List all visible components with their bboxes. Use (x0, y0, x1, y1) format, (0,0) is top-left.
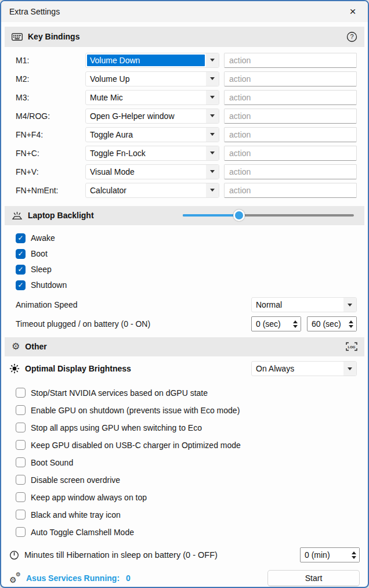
chevron-down-icon[interactable] (206, 91, 219, 104)
keybinding-select-m4[interactable]: Open G-Helper window (85, 109, 219, 124)
keybinding-row-m3: M3: Mute Mic (16, 90, 357, 105)
chevron-down-icon[interactable] (206, 146, 219, 160)
backlight-slider[interactable] (183, 209, 354, 222)
keybinding-select-m1[interactable]: Volume Down (85, 53, 219, 68)
checkbox-clamshell-mode[interactable]: ✓ Auto Toggle Clamshell Mode (16, 524, 357, 541)
keybinding-label: M3: (16, 93, 85, 102)
keybinding-action-input-fnf4[interactable] (224, 127, 357, 142)
checkbox-icon: ✓ (16, 280, 26, 290)
spinner-arrows[interactable] (349, 548, 359, 562)
timeout-plugged-spinner[interactable]: 0 (sec) (251, 316, 301, 331)
checkbox-icon: ✓ (16, 475, 26, 485)
start-services-button[interactable]: Start (267, 570, 360, 586)
spinner-up-icon (293, 320, 298, 323)
hibernation-label: Minutes till Hibernation in sleep on bat… (24, 550, 218, 560)
checkbox-screen-overdrive[interactable]: ✓ Disable screen overdrive (16, 471, 357, 489)
laptop-backlight-title: Laptop Backlight (28, 211, 94, 220)
checkbox-boot[interactable]: ✓ Boot (16, 246, 357, 262)
optimal-brightness-row: Optimal Display Brightness On Always (1, 359, 368, 379)
keybinding-action-input-fnc[interactable] (224, 146, 357, 161)
checkbox-usbc-gpu-disabled[interactable]: ✓ Keep GPU disabled on USB-C charger in … (16, 437, 357, 454)
checkbox-shutdown[interactable]: ✓ Shutdown (16, 277, 357, 293)
svg-text:?: ? (350, 33, 353, 40)
checkbox-sleep[interactable]: ✓ Sleep (16, 262, 357, 277)
keybinding-select-fnnment[interactable]: Calculator (85, 183, 219, 198)
timeout-label: Timeout plugged / on battery (0 - ON) (16, 319, 150, 329)
timeout-battery-spinner[interactable]: 60 (sec) (307, 316, 357, 331)
checkbox-icon: ✓ (16, 388, 26, 398)
checkbox-stop-gpu-apps[interactable]: ✓ Stop all apps using GPU when switching… (16, 419, 357, 437)
checkbox-nvidia-services[interactable]: ✓ Stop/Start NVIDIA services based on dG… (16, 384, 357, 402)
brightness-sun-icon (9, 363, 20, 374)
checkmark-icon: ✓ (17, 235, 23, 241)
spinner-arrows[interactable] (346, 317, 356, 331)
power-icon (9, 550, 19, 560)
chevron-down-icon[interactable] (206, 183, 219, 197)
key-bindings-header: Key Bindings ? (5, 27, 364, 47)
keybinding-action-input-fnv[interactable] (224, 164, 357, 179)
checkbox-boot-sound[interactable]: ✓ Boot Sound (16, 454, 357, 471)
close-icon[interactable]: × (343, 3, 362, 20)
keybinding-action-input-m3[interactable] (224, 90, 357, 105)
animation-speed-select[interactable]: Normal (251, 297, 357, 312)
checkbox-bw-tray-icon[interactable]: ✓ Black and white tray icon (16, 506, 357, 524)
checkbox-icon: ✓ (16, 510, 26, 520)
checkbox-always-on-top[interactable]: ✓ Keep app window always on top (16, 489, 357, 506)
keybinding-action-input-m1[interactable] (224, 53, 357, 68)
checkbox-gpu-shutdown[interactable]: ✓ Enable GPU on shutdown (prevents issue… (16, 402, 357, 419)
chevron-down-icon[interactable] (206, 165, 219, 179)
checkmark-icon: ✓ (17, 266, 23, 273)
key-bindings-title: Key Bindings (28, 32, 79, 41)
chevron-down-icon[interactable] (343, 362, 356, 376)
extra-settings-window: Extra Settings × Key Bindings ? (0, 0, 369, 588)
checkbox-icon: ✓ (16, 457, 26, 467)
chevron-down-icon[interactable] (206, 128, 219, 142)
svg-text:LOG: LOG (348, 345, 356, 349)
animation-speed-row: Animation Speed Normal (1, 297, 368, 313)
log-icon[interactable]: LOG (346, 342, 357, 351)
hibernation-spinner[interactable]: 0 (min) (300, 547, 360, 562)
optimal-brightness-select[interactable]: On Always (251, 361, 357, 376)
checkbox-icon: ✓ (16, 405, 26, 415)
backlight-slider-thumb[interactable] (233, 210, 245, 221)
help-icon[interactable]: ? (346, 31, 357, 42)
chevron-down-icon[interactable] (206, 53, 219, 67)
keybinding-label: FN+NmEnt: (16, 186, 85, 195)
spinner-down-icon (352, 556, 356, 559)
chevron-down-icon[interactable] (343, 298, 356, 312)
spinner-down-icon (293, 325, 298, 328)
laptop-backlight-header: Laptop Backlight (5, 206, 364, 225)
keybinding-select-m3[interactable]: Mute Mic (85, 90, 219, 105)
checkbox-icon: ✓ (16, 527, 26, 537)
slider-track[interactable] (183, 214, 354, 217)
keybinding-action-input-m4[interactable] (224, 109, 357, 124)
keybinding-row-m2: M2: Volume Up (16, 71, 357, 86)
services-gears-icon: ⚙⚙ (9, 573, 21, 583)
asus-services-label: Asus Services Running: (26, 573, 120, 583)
spinner-up-icon (349, 320, 353, 323)
keybinding-row-m1: M1: Volume Down (16, 53, 357, 68)
checkbox-awake[interactable]: ✓ Awake (16, 230, 357, 246)
chevron-down-icon[interactable] (206, 109, 219, 123)
keybinding-select-fnf4[interactable]: Toggle Aura (85, 127, 219, 142)
keybinding-row-m4: M4/ROG: Open G-Helper window (16, 109, 357, 124)
keybinding-action-input-m2[interactable] (224, 71, 357, 86)
chevron-down-icon[interactable] (206, 72, 219, 86)
keybinding-label: M4/ROG: (16, 111, 85, 121)
keybinding-select-fnv[interactable]: Visual Mode (85, 164, 219, 179)
spinner-arrows[interactable] (290, 317, 301, 331)
keybinding-label: M2: (16, 74, 85, 84)
keybinding-select-fnc[interactable]: Toggle Fn-Lock (85, 146, 219, 161)
keybinding-label: M1: (16, 56, 85, 65)
backlight-checkbox-group: ✓ Awake ✓ Boot ✓ Sleep ✓ Shutdown (1, 225, 368, 294)
keybinding-select-m2[interactable]: Volume Up (85, 71, 219, 86)
keybinding-action-input-fnnment[interactable] (224, 183, 357, 198)
keyboard-icon (12, 33, 23, 41)
gear-icon: ⚙ (12, 342, 20, 351)
other-checkbox-group: ✓ Stop/Start NVIDIA services based on dG… (1, 379, 368, 542)
asus-services-count: 0 (126, 573, 131, 583)
backlight-icon (12, 211, 23, 220)
checkbox-icon: ✓ (16, 440, 26, 450)
key-bindings-list: M1: Volume Down M2: Volume Up M3: Mute M… (1, 47, 368, 201)
keybinding-row-fnv: FN+V: Visual Mode (16, 164, 357, 179)
